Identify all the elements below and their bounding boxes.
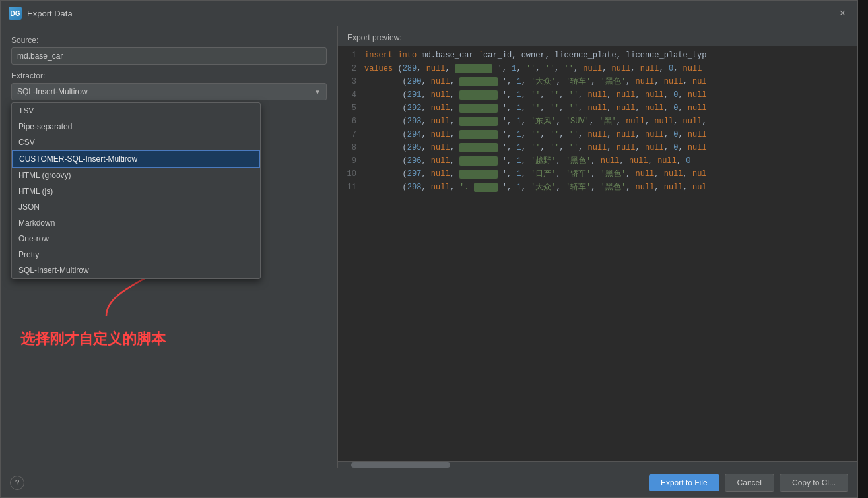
annotation-area: 选择刚才自定义的脚本 bbox=[20, 323, 166, 349]
dialog-title-left: DG Export Data bbox=[9, 7, 73, 20]
code-line-5: 5 (292, null, ', 1, '', '', '', null, nu… bbox=[338, 102, 857, 115]
code-line-8: 8 (295, null, ', 1, '', '', '', null, nu… bbox=[338, 141, 857, 154]
code-line-2: 2 values (289, null, ', 1, '', '', '', n… bbox=[338, 62, 857, 75]
code-line-6: 6 (293, null, ', 1, '东风', 'SUV', '黑', nu… bbox=[338, 115, 857, 128]
extractor-dropdown[interactable]: SQL-Insert-Multirow ▼ bbox=[11, 83, 327, 100]
preview-label: Export preview: bbox=[338, 26, 857, 46]
code-line-4: 4 (291, null, ', 1, '', '', '', null, nu… bbox=[338, 88, 857, 102]
footer-right: Export to File Cancel Copy to Cl... bbox=[649, 474, 848, 492]
code-area[interactable]: 1 insert into md.base_car `car_id, owner… bbox=[338, 46, 857, 461]
copy-button[interactable]: Copy to Cl... bbox=[780, 474, 848, 492]
dropdown-item-pipe[interactable]: Pipe-separated bbox=[12, 119, 260, 135]
right-panel: Export preview: 1 insert into md.base_ca… bbox=[337, 26, 857, 468]
left-panel: Source: md.base_car Extractor: SQL-Inser… bbox=[1, 26, 337, 468]
annotation-text: 选择刚才自定义的脚本 bbox=[20, 329, 166, 349]
dropdown-item-one-row[interactable]: One-row bbox=[12, 231, 260, 247]
cancel-button[interactable]: Cancel bbox=[725, 474, 774, 492]
export-dialog: DG Export Data × Source: md.base_car Ext… bbox=[0, 0, 858, 498]
dialog-title: Export Data bbox=[27, 9, 73, 18]
dropdown-item-customer-sql[interactable]: CUSTOMER-SQL-Insert-Multirow bbox=[12, 150, 260, 168]
extractor-label: Extractor: bbox=[11, 71, 327, 80]
extractor-selected-value: SQL-Insert-Multirow bbox=[17, 87, 88, 96]
dropdown-item-html-js[interactable]: HTML (js) bbox=[12, 183, 260, 199]
dropdown-item-csv[interactable]: CSV bbox=[12, 135, 260, 150]
dropdown-item-json[interactable]: JSON bbox=[12, 199, 260, 215]
extractor-dropdown-list: TSV Pipe-separated CSV CUSTOMER-SQL-Inse… bbox=[11, 102, 261, 279]
dialog-footer: ? Export to File Cancel Copy to Cl... bbox=[1, 468, 857, 497]
scrollbar-thumb[interactable] bbox=[351, 462, 450, 468]
code-line-3: 3 (290, null, ', 1, '大众', '轿车', '黑色', nu… bbox=[338, 75, 857, 88]
code-line-1: 1 insert into md.base_car `car_id, owner… bbox=[338, 49, 857, 62]
close-button[interactable]: × bbox=[836, 6, 850, 20]
dropdown-item-sql-insert[interactable]: SQL-Insert-Multirow bbox=[12, 263, 260, 278]
extractor-section: Extractor: SQL-Insert-Multirow ▼ bbox=[11, 71, 327, 100]
source-section: Source: md.base_car bbox=[11, 36, 327, 65]
footer-left: ? bbox=[10, 476, 24, 490]
export-to-file-button[interactable]: Export to File bbox=[649, 474, 719, 491]
source-value: md.base_car bbox=[11, 47, 327, 65]
dialog-titlebar: DG Export Data × bbox=[1, 1, 857, 26]
dialog-body: Source: md.base_car Extractor: SQL-Inser… bbox=[1, 26, 857, 468]
app-icon: DG bbox=[9, 7, 22, 20]
horizontal-scrollbar[interactable] bbox=[338, 461, 857, 468]
code-line-9: 9 (296, null, ', 1, '越野', '黑色', null, nu… bbox=[338, 154, 857, 168]
code-line-11: 11 (298, null, '. ', 1, '大众', '轿车', '黑色'… bbox=[338, 181, 857, 194]
dropdown-item-markdown[interactable]: Markdown bbox=[12, 215, 260, 231]
source-label: Source: bbox=[11, 36, 327, 45]
dropdown-item-pretty[interactable]: Pretty bbox=[12, 247, 260, 263]
dropdown-item-tsv[interactable]: TSV bbox=[12, 103, 260, 119]
help-button[interactable]: ? bbox=[10, 476, 24, 490]
code-line-7: 7 (294, null, ', 1, '', '', '', null, nu… bbox=[338, 128, 857, 141]
code-line-10: 10 (297, null, ', 1, '日产', '轿车', '黑色', n… bbox=[338, 168, 857, 181]
dropdown-arrow-icon: ▼ bbox=[314, 88, 321, 96]
dropdown-item-html-groovy[interactable]: HTML (groovy) bbox=[12, 168, 260, 183]
